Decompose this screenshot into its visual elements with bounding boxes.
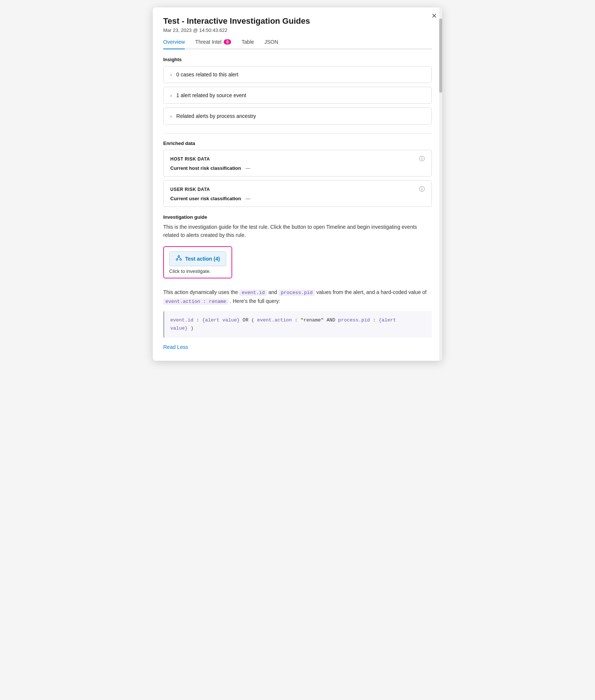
code-alert-value-2: {alert [379, 317, 396, 323]
investigation-section: Investigation guide This is the investig… [163, 214, 432, 350]
user-risk-value: — [246, 196, 250, 201]
panel-title: Test - Interactive Investigation Guides [163, 16, 432, 26]
host-risk-value: — [246, 165, 250, 171]
enriched-section: Enriched data HOST RISK DATA ⓘ Current h… [163, 141, 432, 207]
action-description: This action dynamically uses the event.i… [163, 288, 432, 306]
code-alert-value-1: {alert value} [202, 317, 240, 323]
chevron-icon-cases: › [170, 72, 172, 77]
action-desc-before: This action dynamically uses the [163, 289, 238, 295]
code-colon1: : [196, 317, 202, 323]
insight-text-alert: 1 alert related by source event [176, 92, 246, 98]
read-less-link[interactable]: Read Less [163, 344, 188, 350]
code-value-end: value} [170, 326, 188, 331]
user-risk-card: USER RISK DATA ⓘ Current user risk class… [163, 180, 432, 207]
host-risk-card: HOST RISK DATA ⓘ Current host risk class… [163, 150, 432, 176]
insight-text-ancestry: Related alerts by process ancestry [176, 113, 256, 119]
investigation-label: Investigation guide [163, 214, 432, 220]
action-highlight-box: Test action (4) Click to investigate. [163, 246, 232, 278]
panel-timestamp: Mar 23, 2023 @ 14:50:43.622 [163, 27, 432, 33]
host-risk-header: HOST RISK DATA ⓘ [170, 155, 425, 162]
svg-point-1 [176, 259, 178, 260]
code-event-id-kw: event.id [170, 317, 193, 323]
tab-table-label: Table [241, 39, 254, 45]
code-inline-process-pid: process.pid [279, 290, 315, 296]
host-risk-info-icon[interactable]: ⓘ [419, 155, 425, 162]
code-process-pid-kw: process.pid [338, 317, 370, 323]
action-desc-after: . Here's the full query: [230, 298, 280, 304]
code-inline-event-action: event.action : rename [163, 298, 229, 305]
user-risk-row: Current user risk classification — [170, 196, 425, 201]
code-colon2: : [295, 317, 301, 323]
threat-intel-badge: 0 [224, 39, 231, 44]
test-action-button[interactable]: Test action (4) [169, 251, 226, 266]
host-risk-row: Current host risk classification — [170, 165, 425, 171]
svg-point-0 [178, 255, 180, 257]
tab-json[interactable]: JSON [264, 39, 278, 49]
code-close-paren: ) [191, 326, 194, 331]
insights-section: Insights › 0 cases related to this alert… [163, 57, 432, 125]
chevron-icon-ancestry: › [170, 113, 172, 119]
svg-line-4 [179, 257, 181, 259]
enriched-label: Enriched data [163, 141, 432, 146]
host-risk-title: HOST RISK DATA [170, 156, 210, 162]
divider-insights [163, 133, 432, 134]
close-button[interactable]: ✕ [431, 13, 437, 19]
svg-line-3 [177, 257, 179, 259]
code-inline-event-id: event.id [239, 290, 267, 296]
host-risk-field-label: Current host risk classification [170, 165, 241, 171]
tab-overview-label: Overview [163, 39, 185, 45]
code-colon3: : [373, 317, 379, 323]
scrollbar-thumb[interactable] [439, 19, 442, 93]
code-or: OR ( [243, 317, 257, 323]
svg-point-2 [180, 259, 181, 260]
tab-table[interactable]: Table [241, 39, 254, 49]
tab-overview[interactable]: Overview [163, 39, 185, 49]
tab-json-label: JSON [264, 39, 278, 45]
investigation-description: This is the investigation guide for the … [163, 223, 432, 240]
scrollbar-track[interactable] [439, 7, 442, 361]
tab-threat-intel-label: Threat Intel [195, 39, 221, 45]
code-event-action-kw: event.action [257, 317, 292, 323]
network-icon [175, 255, 182, 263]
action-caption: Click to investigate. [169, 268, 226, 274]
code-block: event.id : {alert value} OR ( event.acti… [163, 311, 432, 338]
test-action-label: Test action (4) [185, 256, 220, 262]
chevron-icon-alert: › [170, 93, 172, 98]
insight-row-alert[interactable]: › 1 alert related by source event [163, 87, 432, 104]
insight-text-cases: 0 cases related to this alert [176, 72, 238, 77]
tabs-bar: Overview Threat Intel 0 Table JSON [163, 39, 432, 49]
user-risk-info-icon[interactable]: ⓘ [419, 186, 425, 193]
insight-row-cases[interactable]: › 0 cases related to this alert [163, 66, 432, 83]
user-risk-title: USER RISK DATA [170, 187, 210, 192]
user-risk-header: USER RISK DATA ⓘ [170, 186, 425, 193]
tab-threat-intel[interactable]: Threat Intel 0 [195, 39, 231, 49]
insight-row-ancestry[interactable]: › Related alerts by process ancestry [163, 108, 432, 125]
insights-label: Insights [163, 57, 432, 62]
code-rename: "rename" [300, 317, 323, 323]
user-risk-field-label: Current user risk classification [170, 196, 241, 201]
code-and: AND [326, 317, 338, 323]
action-desc-and: and [269, 289, 277, 295]
main-panel: ✕ Test - Interactive Investigation Guide… [153, 7, 442, 361]
action-desc-mid2-text: values from the alert, and a hard-coded … [316, 289, 427, 295]
